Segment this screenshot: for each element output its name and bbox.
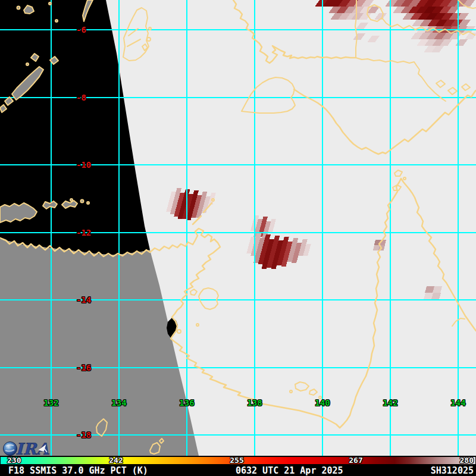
lat-label: -12 (76, 228, 91, 237)
colorbar-tick: 280 (460, 456, 474, 465)
weipa-spot (373, 245, 385, 250)
new-guinea-east (416, 39, 468, 46)
colorbar-legend: 230242255267280 (0, 456, 476, 465)
sensor-label: F18 SSMIS 37.0 GHz PCT (K) (0, 465, 148, 476)
goulburn-islet (70, 199, 73, 201)
north-islet (55, 20, 58, 22)
lat-label: -18 (76, 431, 91, 439)
colorbar-tick: 242 (109, 456, 123, 465)
new-guinea-west (315, 0, 374, 7)
lon-label: 140 (315, 399, 330, 407)
info-footer: F18 SSMIS 37.0 GHz PCT (K) 0632 UTC 21 A… (0, 465, 476, 476)
colorbar-tick: 267 (349, 456, 362, 465)
satellite-product-image: -6-8-10-12-14-16-18132134136138140142144… (0, 0, 476, 476)
colorbar-tick: 255 (230, 456, 243, 465)
north-islet (49, 2, 51, 5)
new-guinea-east (412, 20, 471, 26)
new-guinea-west (328, 7, 380, 13)
storm-id-label: SH312025 (431, 465, 476, 476)
timestamp-label: 0632 UTC 21 Apr 2025 (148, 465, 431, 476)
lat-label: -10 (76, 161, 91, 169)
colorbar-tick: 230 (7, 456, 21, 465)
cira-logo: IRA (2, 440, 56, 457)
tanimbar-islet (26, 63, 29, 65)
goulburn-islet (81, 200, 84, 203)
lat-label: -16 (76, 364, 91, 372)
lon-label: 142 (383, 399, 397, 407)
lat-label: -6 (76, 26, 86, 34)
lon-label: 138 (247, 399, 262, 407)
new-guinea-east (402, 13, 469, 20)
lon-label: 134 (111, 399, 126, 407)
goulburn-islet (87, 202, 89, 204)
lon-label: 136 (179, 399, 194, 407)
north-islet (17, 7, 20, 10)
lat-label: -14 (76, 296, 91, 304)
new-guinea-east (393, 7, 459, 13)
lon-label: 132 (43, 399, 58, 407)
eastcoast-spot (424, 293, 441, 299)
lat-label: -8 (76, 93, 86, 102)
lon-label: 144 (450, 399, 465, 407)
map-canvas: -6-8-10-12-14-16-18132134136138140142144… (0, 0, 476, 456)
eastcoast-spot (425, 286, 442, 293)
